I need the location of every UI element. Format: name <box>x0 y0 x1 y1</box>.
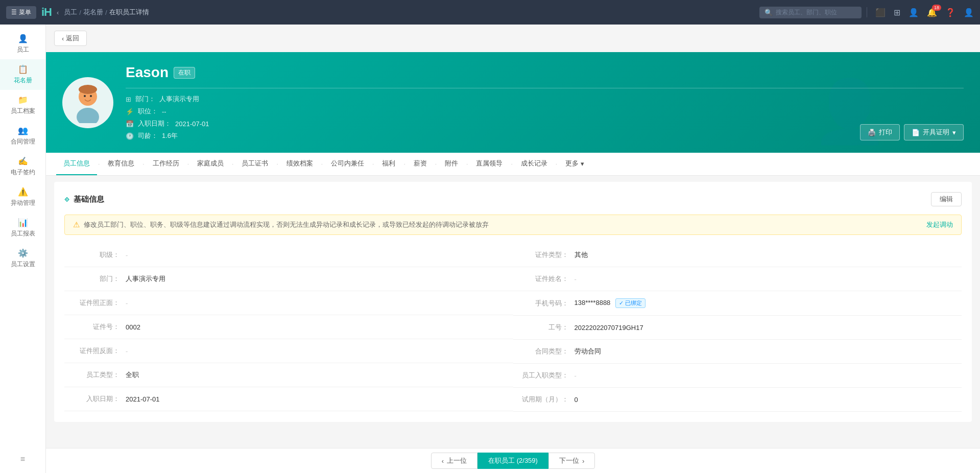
profile-meta: ⊞ 部门： 人事演示专用 ⚡ 职位： -- 📅 入职日期： 2021-07-01 <box>126 94 964 140</box>
id-no-label: 证件号： <box>64 322 126 332</box>
prev-employee-button[interactable]: ‹ 上一位 <box>431 453 477 469</box>
tab-leader[interactable]: 直属领导 <box>469 153 510 175</box>
field-id-name: 证件姓名： - <box>513 267 962 291</box>
tab-cert[interactable]: 员工证书 <box>234 153 275 175</box>
sidebar-item-contract[interactable]: 👥 合同管理 <box>0 121 45 151</box>
svg-point-3 <box>90 95 92 97</box>
id-type-label: 证件类型： <box>513 250 575 259</box>
top-nav-icons: ⬛ ⊞ 👤 🔔 18 ❓ 👤 <box>867 7 974 17</box>
edit-button[interactable]: 编辑 <box>931 192 962 206</box>
warning-text: 修改员工部门、职位、职务、职级等信息建议通过调动流程实现，否则无法生成异动记录和… <box>84 220 489 229</box>
tab-more-icon: ▾ <box>581 160 584 168</box>
print-button[interactable]: 🖨️ 打印 <box>860 124 900 140</box>
scan-icon[interactable]: ⬛ <box>875 8 886 17</box>
report-icon: 📊 <box>18 218 28 227</box>
sidebar-collapse[interactable]: ≡ <box>0 450 45 469</box>
tenure-icon: 🕐 <box>126 132 134 140</box>
tab-nav: 员工信息 · 教育信息 · 工作经历 · 家庭成员 · 员工证书 · 绩效档案 … <box>46 153 980 176</box>
meta-hiredate: 📅 入职日期： 2021-07-01 <box>126 119 964 128</box>
notification-icon[interactable]: 🔔 18 <box>927 8 937 17</box>
id-name-label: 证件姓名： <box>513 274 575 283</box>
field-rank: 职级： - <box>64 243 513 267</box>
breadcrumb-2[interactable]: 花名册 <box>83 8 103 17</box>
sidebar-item-anomaly[interactable]: ⚠️ 异动管理 <box>0 182 45 212</box>
layout: 👤 员工 📋 花名册 📁 员工档案 👥 合同管理 ✍️ 电子签约 ⚠️ 异动管理… <box>0 25 980 473</box>
back-label: 返回 <box>66 34 79 43</box>
info-column-right: 证件类型： 其他 证件姓名： - 手机号码： 138****8888 ✓ <box>513 243 962 412</box>
tab-concurrent[interactable]: 公司内兼任 <box>324 153 371 175</box>
field-contract-type: 合同类型： 劳动合同 <box>513 340 962 364</box>
tab-growth[interactable]: 成长记录 <box>514 153 555 175</box>
id-no-value: 0002 <box>126 323 513 331</box>
roster-icon: 📋 <box>18 64 28 74</box>
prev-icon: ‹ <box>442 457 444 465</box>
top-nav: ☰ 菜单 iH ‹ 员工 / 花名册 / 在职员工详情 🔍 ⬛ ⊞ 👤 🔔 18… <box>0 0 980 25</box>
sidebar-item-settings[interactable]: ⚙️ 员工设置 <box>0 243 45 274</box>
apps-icon[interactable]: ⊞ <box>894 8 900 17</box>
tab-welfare[interactable]: 福利 <box>375 153 402 175</box>
phone-value: 138****8888 ✓ 已绑定 <box>575 298 962 308</box>
sidebar-item-archive[interactable]: 📁 员工档案 <box>0 90 45 121</box>
section-title: ⟐ 基础信息 <box>64 195 104 204</box>
tab-more-label: 更多 <box>565 159 579 168</box>
onboard-type-value: - <box>575 372 962 380</box>
profile-divider <box>126 88 964 88</box>
sidebar-item-esign[interactable]: ✍️ 电子签约 <box>0 151 45 182</box>
emp-no-label: 工号： <box>513 323 575 332</box>
tab-work[interactable]: 工作经历 <box>146 153 186 175</box>
next-label: 下一位 <box>559 456 579 465</box>
current-page-indicator[interactable]: 在职员工 (2/359) <box>477 453 548 469</box>
rank-label: 职级： <box>64 250 126 259</box>
sidebar-item-employee[interactable]: 👤 员工 <box>0 29 45 59</box>
tab-more[interactable]: 更多 ▾ <box>558 153 591 175</box>
tab-education[interactable]: 教育信息 <box>101 153 141 175</box>
hire-date-value: 2021-07-01 <box>126 395 513 403</box>
id-type-value: 其他 <box>575 250 962 259</box>
tab-salary[interactable]: 薪资 <box>407 153 434 175</box>
cert-dropdown-icon: ▾ <box>952 129 956 136</box>
main-content: ‹ 返回 <box>46 25 980 473</box>
sidebar-item-report[interactable]: 📊 员工报表 <box>0 212 45 243</box>
tab-family[interactable]: 家庭成员 <box>190 153 231 175</box>
prev-label: 上一位 <box>447 456 467 465</box>
warning-icon: ⚠ <box>73 220 80 229</box>
warning-bar: ⚠ 修改员工部门、职位、职务、职级等信息建议通过调动流程实现，否则无法生成异动记… <box>64 215 962 235</box>
tab-employee-info[interactable]: 员工信息 <box>56 153 97 175</box>
profile-avatar <box>62 77 113 128</box>
search-input[interactable] <box>776 9 856 16</box>
rank-value: - <box>126 251 513 259</box>
id-front-label: 证件照正面： <box>64 298 126 308</box>
check-icon: ✓ <box>619 300 624 306</box>
meta-tenure: 🕐 司龄： 1.6年 <box>126 131 964 140</box>
probation-value: 0 <box>575 396 962 404</box>
archive-icon: 📁 <box>18 95 28 105</box>
field-id-front: 证件照正面： - <box>64 291 513 315</box>
next-employee-button[interactable]: 下一位 › <box>548 453 595 469</box>
print-label: 打印 <box>879 128 892 137</box>
next-icon: › <box>582 457 584 465</box>
id-back-value: - <box>126 347 513 355</box>
tab-attachment[interactable]: 附件 <box>438 153 465 175</box>
field-onboard-type: 员工入职类型： - <box>513 364 962 388</box>
sidebar-item-roster[interactable]: 📋 花名册 <box>0 59 45 90</box>
info-grid: 职级： - 部门： 人事演示专用 证件照正面： - 证件号： 0002 <box>64 243 962 412</box>
sidebar-label-employee: 员工 <box>17 45 29 54</box>
tab-performance[interactable]: 绩效档案 <box>279 153 320 175</box>
warning-link[interactable]: 发起调动 <box>926 220 953 229</box>
back-button[interactable]: ‹ 返回 <box>54 31 87 46</box>
menu-button[interactable]: ☰ 菜单 <box>6 6 36 19</box>
nav-back-icon[interactable]: ‹ <box>57 9 59 16</box>
employee-icon: 👤 <box>18 34 28 43</box>
profile-icon[interactable]: 👤 <box>909 8 919 17</box>
back-icon: ‹ <box>62 35 64 42</box>
section-header: ⟐ 基础信息 编辑 <box>64 192 962 206</box>
user-icon[interactable]: 👤 <box>964 8 974 17</box>
contract-type-label: 合同类型： <box>513 347 575 356</box>
help-icon[interactable]: ❓ <box>945 8 955 17</box>
verified-badge: ✓ 已绑定 <box>615 298 646 308</box>
profile-info: Eason 在职 ⊞ 部门： 人事演示专用 ⚡ 职位： -- <box>126 64 964 140</box>
breadcrumb-1[interactable]: 员工 <box>64 8 77 17</box>
sidebar-label-anomaly: 异动管理 <box>11 199 35 207</box>
dept-field-value: 人事演示专用 <box>126 274 513 283</box>
cert-button[interactable]: 📄 开具证明 ▾ <box>904 124 964 140</box>
